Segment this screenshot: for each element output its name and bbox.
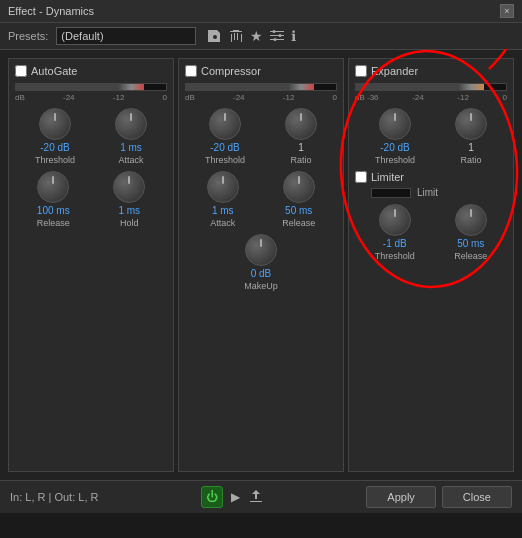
limiter-header: Limiter [355, 171, 507, 183]
compressor-title: Compressor [201, 65, 261, 77]
presets-select[interactable]: (Default) [56, 27, 196, 45]
svg-rect-1 [270, 35, 284, 36]
autogate-section: AutoGate dB -24 -12 0 -20 dB Threshold 1… [8, 58, 174, 472]
expander-ratio-value: 1 [468, 142, 474, 153]
transport-controls: ⏻ ▶ [201, 486, 264, 508]
compressor-attack-label: Attack [210, 218, 235, 228]
compressor-makeup-knob-container: 0 dB MakeUp [244, 234, 278, 291]
autogate-hold-value: 1 ms [118, 205, 140, 216]
compressor-attack-knob-container: 1 ms Attack [207, 171, 239, 228]
compressor-ratio-knob-container: 1 Ratio [285, 108, 317, 165]
expander-ratio-knob[interactable] [455, 108, 487, 140]
expander-meter [355, 83, 507, 91]
compressor-header: Compressor [185, 65, 337, 77]
close-button[interactable]: Close [442, 486, 512, 508]
export-button[interactable] [248, 488, 264, 507]
compressor-threshold-knob[interactable] [209, 108, 241, 140]
bottom-bar: In: L, R | Out: L, R ⏻ ▶ Apply Close [0, 480, 522, 513]
expander-meter-fill [356, 84, 484, 90]
autogate-hold-knob-container: 1 ms Hold [113, 171, 145, 228]
power-button[interactable]: ⏻ [201, 486, 223, 508]
autogate-attack-knob[interactable] [115, 108, 147, 140]
action-buttons: Apply Close [366, 486, 512, 508]
expander-threshold-value: -20 dB [380, 142, 409, 153]
limit-bar [371, 188, 411, 198]
expander-threshold-knob[interactable] [379, 108, 411, 140]
compressor-makeup-knob[interactable] [245, 234, 277, 266]
autogate-threshold-value: -20 dB [40, 142, 69, 153]
compressor-release-knob[interactable] [283, 171, 315, 203]
limiter-checkbox[interactable] [355, 171, 367, 183]
compressor-meter [185, 83, 337, 91]
autogate-title: AutoGate [31, 65, 77, 77]
svg-point-4 [279, 34, 282, 37]
autogate-attack-value: 1 ms [120, 142, 142, 153]
autogate-release-value: 100 ms [37, 205, 70, 216]
autogate-threshold-knob-container: -20 dB Threshold [35, 108, 75, 165]
compressor-ratio-value: 1 [298, 142, 304, 153]
expander-section: Expander dB -36 -24 -12 0 -20 dB Thresho… [348, 58, 514, 472]
autogate-knobs-bottom: 100 ms Release 1 ms Hold [15, 171, 167, 228]
main-area: AutoGate dB -24 -12 0 -20 dB Threshold 1… [0, 50, 522, 480]
compressor-release-label: Release [282, 218, 315, 228]
expander-header: Expander [355, 65, 507, 77]
expander-release-label: Release [454, 251, 487, 261]
compressor-meter-labels: dB -24 -12 0 [185, 93, 337, 102]
autogate-hold-knob[interactable] [113, 171, 145, 203]
save-icon[interactable] [206, 28, 222, 44]
svg-point-3 [273, 30, 276, 33]
compressor-section: Compressor dB -24 -12 0 -20 dB Threshold… [178, 58, 344, 472]
autogate-attack-knob-container: 1 ms Attack [115, 108, 147, 165]
autogate-hold-label: Hold [120, 218, 139, 228]
presets-label: Presets: [8, 30, 48, 42]
compressor-checkbox[interactable] [185, 65, 197, 77]
limiter-section: Limiter Limit [355, 171, 507, 198]
compressor-knobs-middle: 1 ms Attack 50 ms Release [185, 171, 337, 228]
compressor-meter-fill [186, 84, 314, 90]
close-window-button[interactable]: × [500, 4, 514, 18]
toolbar: Presets: (Default) ★ ℹ [0, 23, 522, 50]
expander-threshold2-knob[interactable] [379, 204, 411, 236]
autogate-header: AutoGate [15, 65, 167, 77]
autogate-meter-fill [16, 84, 144, 90]
autogate-threshold-label: Threshold [35, 155, 75, 165]
compressor-knobs-top: -20 dB Threshold 1 Ratio [185, 108, 337, 165]
expander-release-knob[interactable] [455, 204, 487, 236]
svg-rect-2 [270, 39, 284, 40]
autogate-release-label: Release [37, 218, 70, 228]
compressor-attack-knob[interactable] [207, 171, 239, 203]
expander-title: Expander [371, 65, 418, 77]
play-button[interactable]: ▶ [231, 490, 240, 504]
apply-button[interactable]: Apply [366, 486, 436, 508]
delete-icon[interactable] [228, 28, 244, 44]
expander-threshold2-label: Threshold [375, 251, 415, 261]
expander-threshold-label: Threshold [375, 155, 415, 165]
autogate-threshold-knob[interactable] [39, 108, 71, 140]
expander-checkbox[interactable] [355, 65, 367, 77]
toolbar-icons: ★ ℹ [206, 28, 296, 44]
expander-threshold-knob-container: -20 dB Threshold [375, 108, 415, 165]
limit-row: Limit [371, 187, 507, 198]
expander-ratio-knob-container: 1 Ratio [455, 108, 487, 165]
expander-release-value: 50 ms [457, 238, 484, 249]
info-icon[interactable]: ℹ [291, 28, 296, 44]
compressor-release-knob-container: 50 ms Release [282, 171, 315, 228]
compressor-ratio-label: Ratio [290, 155, 311, 165]
autogate-release-knob[interactable] [37, 171, 69, 203]
compressor-knobs-bottom: 0 dB MakeUp [185, 234, 337, 291]
settings-icon[interactable] [269, 28, 285, 44]
autogate-release-knob-container: 100 ms Release [37, 171, 70, 228]
compressor-makeup-value: 0 dB [251, 268, 272, 279]
compressor-ratio-knob[interactable] [285, 108, 317, 140]
autogate-checkbox[interactable] [15, 65, 27, 77]
autogate-meter [15, 83, 167, 91]
window-title: Effect - Dynamics [8, 5, 94, 17]
favorites-icon[interactable]: ★ [250, 28, 263, 44]
svg-point-5 [274, 38, 277, 41]
compressor-threshold-value: -20 dB [210, 142, 239, 153]
expander-knobs-top: -20 dB Threshold 1 Ratio [355, 108, 507, 165]
limiter-title: Limiter [371, 171, 404, 183]
autogate-attack-label: Attack [118, 155, 143, 165]
svg-rect-0 [270, 31, 284, 32]
expander-ratio-label: Ratio [460, 155, 481, 165]
